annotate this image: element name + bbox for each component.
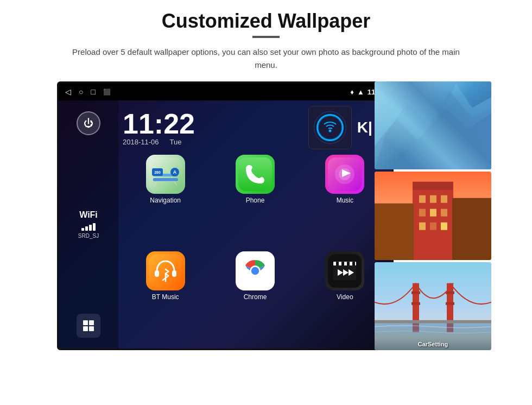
svg-rect-19 bbox=[172, 270, 176, 277]
bt-music-label: BT Music bbox=[152, 293, 179, 301]
android-screen: ◁ ○ □ ⬛ ♦ ▲ 11:22 ⏻ WiFi bbox=[57, 81, 394, 350]
svg-rect-26 bbox=[336, 262, 339, 265]
svg-rect-1 bbox=[89, 320, 94, 325]
svg-rect-60 bbox=[375, 320, 491, 323]
svg-rect-57 bbox=[411, 302, 420, 305]
wallpaper-building[interactable] bbox=[375, 172, 491, 260]
wifi-info: WiFi SRD_SJ bbox=[78, 210, 99, 239]
chrome-icon-bg bbox=[236, 251, 275, 290]
svg-rect-50 bbox=[441, 223, 447, 230]
phone-icon-bg bbox=[236, 155, 275, 194]
location-icon: ♦ bbox=[350, 88, 354, 96]
app-bt-music[interactable]: BT Music bbox=[123, 251, 208, 344]
wifi-bar-3 bbox=[89, 225, 92, 231]
home-icon[interactable]: ○ bbox=[79, 87, 83, 96]
wifi-label: WiFi bbox=[78, 210, 99, 220]
music-label: Music bbox=[337, 197, 353, 204]
svg-rect-46 bbox=[430, 209, 436, 217]
status-bar: ◁ ○ □ ⬛ ♦ ▲ 11:22 bbox=[59, 83, 392, 100]
svg-rect-56 bbox=[411, 291, 420, 294]
status-left: ◁ ○ □ ⬛ bbox=[65, 87, 111, 96]
svg-rect-3 bbox=[89, 326, 94, 331]
app-phone[interactable]: Phone bbox=[212, 155, 297, 247]
signal-icon: ▲ bbox=[357, 88, 364, 96]
sidebar: ⏻ WiFi SRD_SJ bbox=[59, 100, 118, 349]
svg-rect-44 bbox=[441, 195, 447, 203]
svg-rect-27 bbox=[341, 262, 344, 265]
device-wrapper: ◁ ○ □ ⬛ ♦ ▲ 11:22 ⏻ WiFi bbox=[41, 81, 491, 350]
svg-rect-51 bbox=[375, 204, 414, 260]
app-grid: 280 A Navigation bbox=[123, 155, 388, 343]
app-chrome[interactable]: Chrome bbox=[212, 251, 297, 344]
power-button[interactable]: ⏻ bbox=[77, 111, 100, 135]
svg-rect-41 bbox=[413, 182, 453, 190]
video-label: Video bbox=[337, 293, 353, 301]
wifi-bar-4 bbox=[93, 223, 96, 231]
svg-rect-45 bbox=[419, 209, 426, 217]
clock-date: 2018-11-06 Tue bbox=[123, 138, 303, 146]
svg-rect-52 bbox=[452, 198, 491, 260]
svg-rect-18 bbox=[155, 270, 159, 277]
wifi-bars bbox=[78, 222, 99, 231]
page-description: Preload over 5 default wallpaper options… bbox=[71, 46, 461, 72]
k-letter: K| bbox=[357, 119, 372, 136]
wifi-bar-1 bbox=[81, 228, 84, 231]
svg-rect-28 bbox=[347, 262, 350, 265]
phone-label: Phone bbox=[246, 197, 265, 204]
clock-time: 11:22 bbox=[123, 110, 303, 138]
svg-rect-49 bbox=[430, 223, 436, 230]
svg-rect-17 bbox=[149, 254, 182, 288]
svg-rect-42 bbox=[419, 195, 426, 203]
title-underline bbox=[252, 36, 280, 38]
screen-content: ⏻ WiFi SRD_SJ bbox=[59, 100, 392, 349]
bt-icon-bg bbox=[146, 251, 185, 290]
center-content: 11:22 2018-11-06 Tue bbox=[118, 100, 392, 349]
svg-rect-29 bbox=[352, 262, 355, 265]
wifi-ssid: SRD_SJ bbox=[78, 233, 99, 239]
wallpaper-bridge[interactable]: CarSetting bbox=[375, 262, 491, 350]
svg-point-23 bbox=[251, 267, 259, 274]
page-title: Customized Wallpaper bbox=[162, 10, 371, 33]
svg-rect-13 bbox=[238, 157, 272, 191]
svg-rect-2 bbox=[83, 326, 88, 331]
svg-point-4 bbox=[329, 130, 331, 132]
svg-rect-47 bbox=[441, 209, 447, 217]
svg-rect-43 bbox=[430, 195, 436, 203]
video-icon-bg bbox=[325, 251, 364, 290]
svg-text:A: A bbox=[173, 169, 176, 175]
svg-rect-48 bbox=[419, 223, 426, 230]
page-container: Customized Wallpaper Preload over 5 defa… bbox=[0, 0, 532, 405]
wallpaper-panel: CarSetting bbox=[375, 81, 491, 350]
svg-text:280: 280 bbox=[154, 170, 161, 174]
wifi-bar-2 bbox=[85, 226, 88, 231]
wallpaper-ice[interactable] bbox=[375, 81, 491, 169]
day-display: Tue bbox=[170, 138, 182, 146]
svg-rect-0 bbox=[83, 320, 88, 325]
clock-block: 11:22 2018-11-06 Tue bbox=[123, 110, 303, 146]
nav-icon-bg: 280 A bbox=[146, 155, 185, 194]
nav-label: Navigation bbox=[150, 197, 181, 204]
apps-button[interactable] bbox=[77, 314, 100, 338]
signal-widget bbox=[308, 106, 352, 149]
recent-icon[interactable]: □ bbox=[91, 87, 95, 96]
chrome-label: Chrome bbox=[244, 293, 267, 301]
svg-rect-6 bbox=[153, 178, 178, 181]
signal-indicator bbox=[316, 114, 344, 141]
svg-rect-59 bbox=[446, 302, 454, 305]
carsetting-label: CarSetting bbox=[375, 341, 491, 347]
date-display: 2018-11-06 bbox=[123, 138, 159, 146]
app-navigation[interactable]: 280 A Navigation bbox=[123, 155, 208, 247]
clock-area: 11:22 2018-11-06 Tue bbox=[123, 106, 388, 149]
notification-icon: ⬛ bbox=[103, 88, 111, 96]
back-icon[interactable]: ◁ bbox=[65, 87, 71, 96]
ice-detail bbox=[375, 81, 491, 169]
music-icon-bg bbox=[325, 155, 364, 194]
